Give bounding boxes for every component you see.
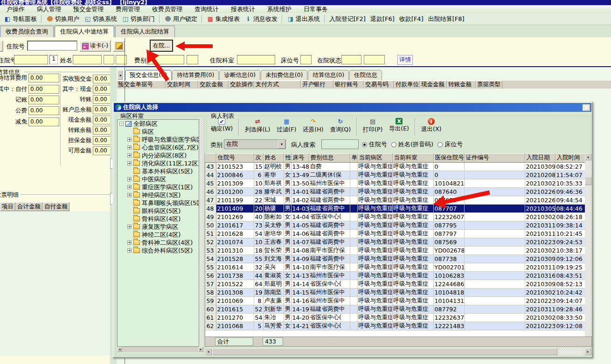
tree-item[interactable]: + 病区: [118, 128, 199, 136]
patient-column-header[interactable]: 医保住院号: [433, 153, 464, 163]
patient-table-cell[interactable]: 呼吸与危重症: [392, 288, 433, 297]
patient-table-cell[interactable]: 男: [284, 196, 291, 205]
menu-item[interactable]: 系统维护: [261, 5, 298, 14]
patient-table-cell[interactable]: 48: [205, 205, 216, 213]
scroll-left-icon[interactable]: ◂: [205, 348, 212, 355]
patient-table-cell[interactable]: [350, 163, 357, 171]
dept-input[interactable]: [237, 55, 275, 64]
tree-item[interactable]: + 心血管病区(6区,7区): [118, 144, 199, 151]
patient-table-cell[interactable]: 44: [205, 171, 216, 179]
prepay-column-header[interactable]: 开户银行: [301, 81, 333, 89]
patient-table-row[interactable]: 49210126940陈彬如女14-04省医保中心(呼吸与危重症呼吸与危重症12…: [205, 213, 585, 221]
chevron-down-icon[interactable]: ▾: [278, 140, 285, 149]
tree-item[interactable]: + 基本外科病区(5区): [118, 167, 199, 175]
dialog-toolbar-button[interactable]: 打印(P): [360, 117, 386, 134]
patient-table-cell[interactable]: 呼吸与危重症: [357, 238, 392, 247]
patient-table-cell[interactable]: [464, 171, 525, 179]
tree-item[interactable]: + 眼科病区(5区): [118, 207, 199, 215]
patient-table-cell[interactable]: 呼吸与危重症: [357, 196, 392, 205]
patient-column-header[interactable]: 姓名: [263, 153, 284, 163]
tree-item[interactable]: + 康复医学病区: [118, 223, 199, 231]
patient-search-input[interactable]: [321, 139, 359, 149]
patient-table-cell[interactable]: 男: [284, 280, 291, 288]
visit-count-field[interactable]: 1: [49, 55, 58, 64]
patient-table-cell[interactable]: 呼吸与危重症: [357, 305, 392, 314]
patient-table-cell[interactable]: 20210223: [525, 238, 555, 247]
patient-table-row[interactable]: 58210130819陈南坚男14-15福州市医保中呼吸与危重症呼吸与危重症10…: [205, 288, 585, 297]
patient-table-cell[interactable]: 55: [254, 255, 263, 263]
patient-table-cell[interactable]: [464, 305, 525, 314]
patient-table-cell[interactable]: 女: [284, 272, 291, 280]
patient-table-cell[interactable]: 福建省两费中: [309, 196, 350, 205]
patient-table-cell[interactable]: 郑庭明: [263, 280, 284, 288]
patient-column-header[interactable]: 性: [284, 153, 291, 163]
patient-table-cell[interactable]: 10:24:42: [555, 288, 585, 297]
dialog-toolbar-button[interactable]: 查询(Q): [326, 117, 354, 134]
patient-table-cell[interactable]: 62: [205, 322, 216, 330]
patient-table-cell[interactable]: 14-21: [291, 322, 309, 330]
patient-table-cell[interactable]: 087797: [433, 230, 464, 238]
patient-table-cell[interactable]: 福州市医保中: [309, 288, 350, 297]
patient-table-cell[interactable]: 5: [254, 322, 263, 330]
patient-table-cell[interactable]: 1010481848: [433, 288, 464, 297]
patient-table-cell[interactable]: 20: [254, 205, 263, 213]
prepay-column-header[interactable]: 付款单位: [394, 81, 420, 89]
patient-table-cell[interactable]: 122214834: [433, 322, 464, 330]
patient-table-cell[interactable]: 王吉春: [263, 238, 284, 247]
patient-table-cell[interactable]: 20210302: [525, 179, 555, 188]
patient-table-row[interactable]: 60210161552刘新华男14-19福建省两费中呼吸与危重症呼吸与危重症08…: [205, 305, 585, 314]
patient-table-cell[interactable]: 14-06: [291, 230, 309, 238]
patient-table-cell[interactable]: 郑寿祺: [263, 179, 284, 188]
patient-table-cell[interactable]: 男: [284, 263, 291, 272]
patient-table-cell[interactable]: 男: [284, 314, 291, 322]
tree-root-item[interactable]: - 全部病区: [118, 120, 199, 128]
patient-table-cell[interactable]: 2101310: [216, 247, 254, 255]
patient-table-cell[interactable]: 2101617: [216, 221, 254, 230]
patient-table-cell[interactable]: 福建省两费中: [309, 205, 350, 213]
patient-table-cell[interactable]: [464, 314, 525, 322]
menu-item[interactable]: 费用管理: [110, 5, 146, 14]
patient-table-cell[interactable]: 呼吸与危重症: [357, 314, 392, 322]
prepay-column-header[interactable]: 现金金额: [420, 81, 447, 89]
name-input[interactable]: [73, 55, 102, 64]
patient-table-cell[interactable]: 2101308: [216, 288, 254, 297]
read-card-button[interactable]: 读卡(-): [79, 40, 111, 52]
patient-table-cell[interactable]: 46: [205, 188, 216, 196]
expand-icon[interactable]: +: [127, 193, 132, 197]
field-value[interactable]: 0.00: [28, 85, 59, 94]
patient-table-cell[interactable]: 福建省两费中: [309, 188, 350, 196]
patient-table-cell[interactable]: 50: [205, 221, 216, 230]
table-vertical-scrollbar[interactable]: ▴ ▾: [585, 153, 591, 344]
patient-table-row[interactable]: 5921010698卢友廉男14-16福州市医保中呼吸与危重症呼吸与危重症101…: [205, 297, 585, 305]
patient-table-cell[interactable]: 福州市医保中: [309, 272, 350, 280]
tree-item[interactable]: + 骨科病区(4区): [118, 215, 199, 223]
patient-table-cell[interactable]: 呼吸与危重症: [392, 280, 433, 288]
patient-table-cell[interactable]: [350, 221, 357, 230]
patient-table-cell[interactable]: 呼吸与危重症: [392, 238, 433, 247]
patient-table-cell[interactable]: 0: [433, 163, 464, 171]
scroll-up-icon[interactable]: ▴: [585, 153, 591, 160]
patient-table-cell[interactable]: [464, 255, 525, 263]
patient-table-row[interactable]: 46210120028滕学武男14-01福建省两费中呼吸与危重症呼吸与危重症08…: [205, 188, 585, 196]
patient-table-cell[interactable]: 14-19: [291, 305, 309, 314]
patient-table-cell[interactable]: 2101409: [216, 205, 254, 213]
patient-table-cell[interactable]: 男: [284, 205, 291, 213]
patient-table-cell[interactable]: 20210223: [525, 322, 555, 330]
dialog-toolbar-button[interactable]: 过滤(F): [273, 117, 299, 134]
patient-table-cell[interactable]: [350, 205, 357, 213]
patient-table-cell[interactable]: 20210226: [525, 188, 555, 196]
patient-table-cell[interactable]: 卢友廉: [263, 297, 284, 305]
patient-table-row[interactable]: 50210161773吴太铮男14-05福建省两费中呼吸与危重症呼吸与危重症08…: [205, 221, 585, 230]
patient-table-cell[interactable]: 6: [254, 171, 263, 179]
patient-table-cell[interactable]: 61: [205, 314, 216, 322]
patient-table-cell[interactable]: 2101522: [216, 280, 254, 288]
patient-table-cell[interactable]: 男: [284, 288, 291, 297]
patient-table-cell[interactable]: 087795: [433, 221, 464, 230]
patient-table-cell[interactable]: 福建省两费中: [309, 238, 350, 247]
patient-table-cell[interactable]: 呼吸与危重症: [392, 213, 433, 221]
patient-table-cell[interactable]: 呼吸与危重症: [392, 179, 433, 188]
patient-table-cell[interactable]: 呼吸与危重症: [392, 263, 433, 272]
tree-item[interactable]: + 神经二区(4区): [118, 231, 199, 239]
category-dropdown[interactable]: 在院 ▾: [224, 139, 286, 149]
patient-table-cell[interactable]: 55: [205, 263, 216, 272]
